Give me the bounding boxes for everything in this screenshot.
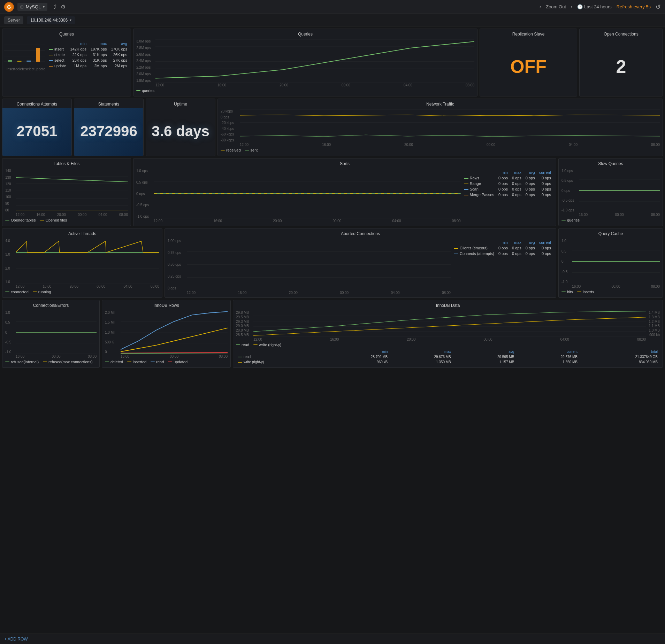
queries-stats-table: min max avg insert 142K ops197K ops170K …	[47, 41, 129, 69]
aborted-stats-table: min max avg current Clients (timeout) 0 …	[452, 240, 553, 256]
replication-slave-title: Replication Slave	[480, 29, 577, 38]
svg-rect-4	[8, 60, 12, 62]
table-row: Range 0 ops0 ops0 ops0 ops	[462, 181, 553, 186]
legend-connected: connected	[5, 290, 29, 294]
active-threads-title: Active Threads	[2, 228, 162, 238]
time-range[interactable]: 🕐 Last 24 hours	[577, 4, 611, 9]
legend-opened-tables: Opened tables	[5, 218, 36, 222]
panel-active-threads: Active Threads 4.03.02.01.0	[2, 228, 162, 298]
network-traffic-title: Network Traffic	[218, 99, 663, 108]
innodb-data-stats-table: min max avg current total read 28.709 MB…	[236, 349, 660, 365]
legend-opened-files: Opened files	[40, 218, 67, 222]
legend-innodb-write: write (right-y)	[253, 343, 281, 347]
panel-queries-line: Queries 3.0M ops2.8M ops2.6M ops2.4M ops…	[133, 29, 477, 96]
slow-queries-title: Slow Queries	[559, 158, 663, 168]
row-3: Tables & Files 1401301201101009080	[2, 158, 663, 226]
statements-title: Statements	[74, 99, 143, 108]
open-connections-value: 2	[616, 39, 626, 93]
legend-deleted: deleted	[105, 360, 123, 364]
bottom-bar: + ADD ROW	[0, 634, 665, 644]
panel-network-traffic: Network Traffic 20 kbps0 bps-20 kbps-40 …	[217, 99, 663, 156]
zoom-back-button[interactable]: ‹	[540, 4, 541, 9]
row-1: Queries	[2, 29, 663, 96]
legend-sent: sent	[245, 148, 258, 152]
row-4: Active Threads 4.03.02.01.0	[2, 228, 663, 298]
table-row: Merge Passes 0 ops0 ops0 ops0 ops	[462, 192, 553, 197]
table-row: Scan 0 ops0 ops0 ops0 ops	[462, 186, 553, 192]
panel-innodb-rows: InnoDB Rows 2.0 Mil1.5 Mil1.0 Mil500 K0	[102, 300, 231, 368]
open-connections-title: Open Connections	[580, 29, 663, 38]
panel-replication-slave: Replication Slave OFF	[480, 29, 577, 96]
panel-sorts: Sorts 1.0 ops0.5 ops0 ops-0.5 ops-1.0 op…	[133, 158, 556, 226]
connection-attempts-title: Connections Attempts	[2, 99, 71, 108]
legend-hits: hits	[561, 290, 573, 294]
legend-item-queries: queries	[136, 88, 154, 93]
panel-connection-attempts: Connections Attempts 27051	[2, 99, 72, 156]
settings-icon[interactable]: ⚙	[61, 3, 66, 10]
uptime-value: 3.6 days	[152, 123, 209, 140]
statements-value: 2372996	[80, 123, 137, 140]
panel-queries-bar: Queries	[2, 29, 131, 96]
server-value[interactable]: 10.100.248.44:3306 ▾	[27, 16, 75, 24]
table-row: write (right-y) 969 kB1.350 MB1.157 MB1.…	[236, 359, 660, 365]
queries-bar-title: Queries	[2, 29, 131, 38]
table-row: Clients (timeout) 0 ops0 ops0 ops0 ops	[452, 245, 553, 251]
row-5: Connections/Errors 1.00.50-0.5-1.0	[2, 300, 663, 368]
query-cache-title: Query Cache	[559, 228, 663, 238]
table-row: delete 22K ops31K ops26K ops	[47, 52, 129, 57]
sorts-stats-table: min max avg current Rows 0 ops0 ops0 ops…	[462, 170, 553, 197]
legend-slow-queries: queries	[561, 218, 580, 222]
app-name: MySQL	[26, 4, 41, 9]
legend-inserted: inserted	[127, 360, 146, 364]
innodb-rows-title: InnoDB Rows	[102, 300, 230, 309]
reload-button[interactable]: ↺	[656, 3, 661, 11]
panel-statements: Statements 2372996	[74, 99, 144, 156]
row-2: Connections Attempts 27051 Statements 23…	[2, 99, 663, 156]
top-nav: G ⊞ MySQL ▾ ⤴ ⚙ ‹ Zoom Out › 🕐 Last 24 h…	[0, 0, 665, 14]
replication-slave-value: OFF	[510, 39, 546, 93]
uptime-title: Uptime	[146, 99, 215, 108]
dashboard: Queries	[0, 26, 665, 370]
table-row: select 23K ops31K ops27K ops	[47, 57, 129, 63]
connections-errors-title: Connections/Errors	[2, 300, 99, 309]
refresh-interval[interactable]: Refresh every 5s	[617, 4, 651, 9]
table-row: Connects (attempts) 0 ops0 ops0 ops0 ops	[452, 251, 553, 256]
legend-running: running	[33, 290, 51, 294]
innodb-data-title: InnoDB Data	[233, 300, 663, 309]
zoom-out-button[interactable]: Zoom Out	[546, 4, 566, 9]
svg-rect-5	[17, 61, 22, 62]
legend-read: read	[151, 360, 164, 364]
mysql-selector[interactable]: ⊞ MySQL ▾	[17, 3, 47, 11]
panel-innodb-data: InnoDB Data 29.8 MB29.5 MB29.3 MB29.0 MB…	[233, 300, 663, 368]
panel-aborted-connections: Aborted Connections 1.00 ops0.75 ops0.50…	[165, 228, 556, 298]
panel-query-cache: Query Cache 1.00.50-0.5-1.0 16:0000:0008…	[558, 228, 663, 298]
panel-open-connections: Open Connections 2	[579, 29, 663, 96]
aborted-connections-title: Aborted Connections	[165, 228, 556, 238]
legend-updated: updated	[168, 360, 188, 364]
legend-refused-max: refused(max connections)	[43, 360, 93, 364]
panel-connections-errors: Connections/Errors 1.00.50-0.5-1.0	[2, 300, 100, 368]
zoom-forward-button[interactable]: ›	[571, 4, 572, 9]
table-row: read 28.709 MB29.676 MB29.595 MB29.676 M…	[236, 354, 660, 359]
legend-inserts: inserts	[577, 290, 594, 294]
queries-line-title: Queries	[133, 29, 477, 38]
legend-innodb-read: read	[236, 343, 249, 347]
table-row: update 1M ops2M ops2M ops	[47, 63, 129, 69]
nav-icons: ⤴ ⚙	[54, 3, 66, 10]
table-row: insert 142K ops197K ops170K ops	[47, 46, 129, 52]
tables-files-title: Tables & Files	[2, 158, 131, 168]
panel-slow-queries: Slow Queries 1.0 ops0.5 ops0 ops-0.5 ops…	[558, 158, 663, 226]
nav-right: ‹ Zoom Out › 🕐 Last 24 hours Refresh eve…	[540, 3, 661, 11]
share-icon[interactable]: ⤴	[54, 4, 56, 10]
svg-rect-7	[36, 48, 40, 62]
legend-received: received	[221, 148, 241, 152]
connection-attempts-value: 27051	[17, 123, 58, 140]
panel-uptime: Uptime 3.6 days	[146, 99, 215, 156]
grafana-logo: G	[4, 2, 14, 12]
server-label: Server	[4, 16, 23, 24]
table-row: Rows 0 ops0 ops0 ops0 ops	[462, 175, 553, 181]
legend-refused-internal: refused(internal)	[5, 360, 39, 364]
sorts-title: Sorts	[133, 158, 556, 168]
add-row-button[interactable]: + ADD ROW	[4, 637, 28, 642]
server-bar: Server 10.100.248.44:3306 ▾	[0, 14, 665, 26]
